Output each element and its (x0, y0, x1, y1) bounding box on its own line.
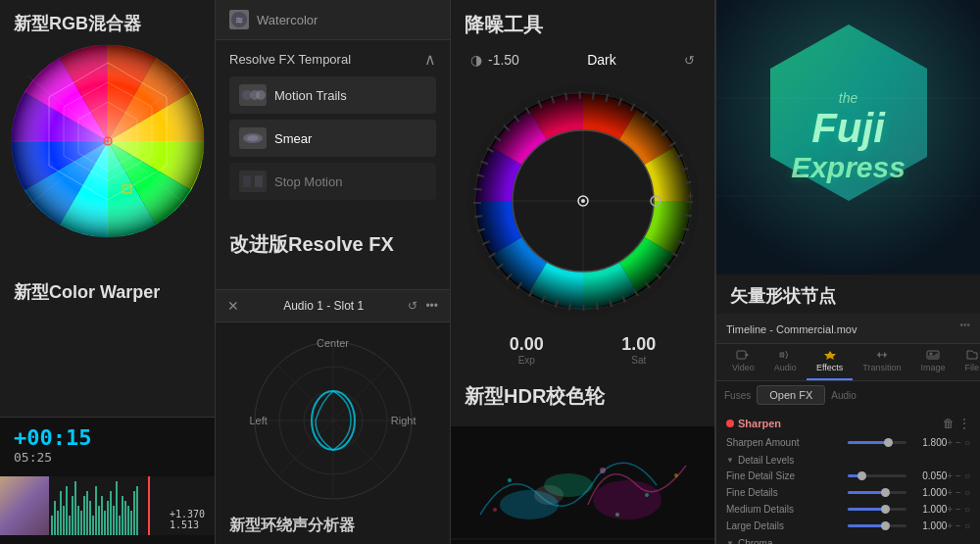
panel3-bottom (451, 426, 714, 544)
waveform-bar (95, 486, 97, 535)
audio-close-icon[interactable]: ✕ (227, 298, 239, 314)
fine-detail-size-slider[interactable] (848, 474, 906, 477)
sharpen-amount-icons: + − ○ (947, 437, 970, 448)
fx-section: Resolve FX Temporal ∧ Motion Trails Smea… (216, 40, 450, 216)
tab-file[interactable]: File (955, 344, 980, 380)
audio-icons: ↺ ••• (408, 299, 438, 313)
fx-section-header: Resolve FX Temporal ∧ (229, 50, 436, 69)
sharpen-amount-row: Sharpen Amount 1.800 + − ○ (726, 434, 970, 451)
playhead-marker (148, 476, 150, 535)
tab-effects[interactable]: Effects (807, 344, 853, 380)
medium-details-slider[interactable] (848, 508, 906, 511)
plus-icon[interactable]: + (947, 470, 953, 481)
waveform-bar (51, 516, 53, 535)
waveform-bar (130, 511, 132, 535)
color-wheel-svg[interactable] (10, 43, 206, 239)
fine-details-label: Fine Details (726, 487, 842, 498)
more-icon[interactable]: ••• (425, 299, 438, 313)
open-fx-button[interactable]: Open FX (757, 385, 825, 405)
waveform-svg (451, 426, 715, 544)
timecode: +00:15 05:25 (0, 418, 215, 472)
param-row-fine-size: Fine Detail Size 0.050 + − ○ (726, 468, 970, 484)
svg-point-17 (256, 90, 266, 100)
panel-inspector: ✦ the Fuji (715, 0, 980, 544)
plus-icon[interactable]: + (947, 437, 953, 448)
panel-resolve-fx: ≋ Watercolor Resolve FX Temporal ∧ Motio… (216, 0, 451, 544)
triangle-icon[interactable]: ▼ (726, 539, 734, 544)
minus-icon[interactable]: − (956, 520, 961, 531)
reset-icon[interactable]: ○ (964, 504, 970, 515)
waveform-bar (107, 501, 109, 535)
panel2-subtitle: 新型环绕声分析器 (229, 516, 355, 536)
minus-icon[interactable]: − (956, 437, 961, 448)
hdr-mode: Dark (587, 52, 616, 68)
waveform-bar (136, 486, 138, 535)
waveform-bar (54, 501, 56, 535)
thumbnail (0, 476, 49, 535)
smear-icon (239, 127, 267, 149)
tab-video[interactable]: Video (722, 344, 764, 380)
audio-header: ✕ Audio 1 - Slot 1 ↺ ••• (216, 290, 450, 322)
panel1-subtitle: 新型Color Warper (0, 269, 215, 312)
hdr-wheel-container[interactable] (451, 74, 714, 328)
large-details-slider[interactable] (848, 524, 906, 527)
reset-icon[interactable]: ○ (964, 437, 970, 448)
minus-icon[interactable]: − (956, 504, 961, 515)
minus-icon[interactable]: − (956, 470, 961, 481)
detail-levels-label: Detail Levels (738, 455, 794, 466)
inspector-more-icon[interactable]: ••• (959, 320, 970, 330)
svg-point-19 (247, 135, 259, 141)
waveform-bar (101, 496, 103, 535)
sharpen-amount-slider[interactable] (848, 441, 906, 444)
svg-point-51 (615, 513, 619, 517)
inspector-tabs: Video Audio Effects Transition Image Fil… (716, 344, 980, 381)
waveform-bar (113, 506, 115, 535)
panel-rgb-mixer: 新型RGB混合器 (0, 0, 216, 544)
waveform-bar (104, 511, 106, 535)
plus-icon[interactable]: + (947, 504, 953, 515)
counter-overlay: +1.370 1.513 (170, 509, 205, 530)
svg-rect-20 (243, 175, 251, 187)
polar-chart: Center Left Right (245, 332, 421, 509)
plus-icon[interactable]: + (947, 487, 953, 498)
fx-item-stop-motion[interactable]: Stop Motion (229, 163, 436, 200)
svg-rect-21 (255, 175, 263, 187)
svg-rect-57 (737, 351, 746, 359)
tab-image[interactable]: Image (910, 344, 955, 380)
fx-section-title: Resolve FX Temporal (229, 52, 351, 67)
waveform-bar (66, 486, 68, 535)
param-row-large: Large Details 1.000 + − ○ (726, 518, 970, 534)
waveform-bar (72, 496, 74, 535)
sharpen-label: Sharpen (726, 418, 781, 429)
more-icon[interactable]: ⋮ (958, 417, 970, 430)
fx-item-smear[interactable]: Smear (229, 120, 436, 157)
minus-icon[interactable]: − (956, 487, 961, 498)
waveform-bar (57, 511, 59, 535)
fx-item-motion-trails[interactable]: Motion Trails (229, 76, 436, 114)
watercolor-header: ≋ Watercolor (216, 0, 450, 40)
refresh-icon[interactable]: ↺ (408, 299, 417, 313)
fine-details-slider[interactable] (848, 491, 906, 494)
audio-title: Audio 1 - Slot 1 (283, 299, 364, 313)
reset-icon[interactable]: ○ (964, 520, 970, 531)
fx-close-icon[interactable]: ∧ (424, 50, 436, 69)
svg-point-49 (674, 473, 678, 477)
hdr-reset-icon[interactable]: ↺ (684, 53, 695, 68)
param-row-fine-details: Fine Details 1.000 + − ○ (726, 484, 970, 501)
tab-audio[interactable]: Audio (764, 344, 807, 380)
hdr-sat-num: 1.00 (621, 334, 656, 355)
reset-icon[interactable]: ○ (964, 470, 970, 481)
hdr-color-wheel[interactable] (466, 83, 701, 319)
waveform-bar (92, 516, 94, 535)
svg-marker-61 (884, 352, 887, 358)
fuses-label: Fuses (724, 390, 751, 401)
triangle-icon[interactable]: ▼ (726, 456, 734, 465)
fine-details-value: 1.000 (912, 487, 947, 498)
color-wheel-container[interactable] (10, 43, 206, 259)
fx-item-label-stop-motion: Stop Motion (274, 174, 342, 189)
plus-icon[interactable]: + (947, 520, 953, 531)
tab-transition[interactable]: Transition (853, 344, 910, 380)
waveform-bar (127, 506, 129, 535)
delete-icon[interactable]: 🗑 (943, 417, 955, 430)
reset-icon[interactable]: ○ (964, 487, 970, 498)
